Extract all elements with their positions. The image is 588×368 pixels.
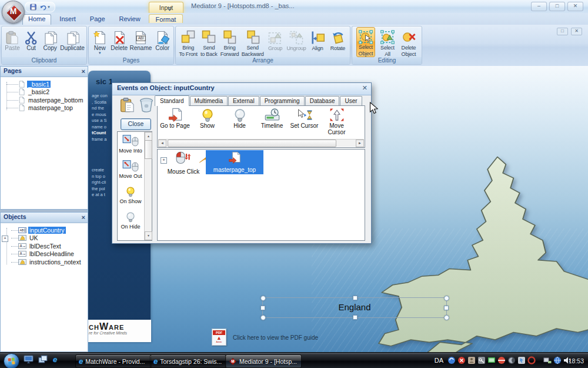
selection-handle[interactable] xyxy=(260,315,266,320)
uk-map-shape[interactable] xyxy=(363,152,588,352)
selection-handle[interactable] xyxy=(260,306,265,310)
taskbar-task-1[interactable]: eMatchWare - Provid... xyxy=(75,354,152,368)
scroll-left-icon[interactable]: ◄ xyxy=(158,140,166,147)
app-logo-icon[interactable]: M xyxy=(2,1,25,24)
tree-item-instructions-notext[interactable]: instructions_notext xyxy=(1,258,88,266)
action-hide[interactable]: Hide xyxy=(223,108,256,135)
mdi-restore-button[interactable]: □ xyxy=(557,28,568,35)
dialog-trash-icon[interactable] xyxy=(139,97,154,115)
action-show[interactable]: Show xyxy=(191,108,223,135)
dialog-tab-user[interactable]: User xyxy=(340,96,362,105)
close-button[interactable]: ✕ xyxy=(567,2,583,11)
scroll-up-icon[interactable]: ▲ xyxy=(145,132,152,141)
selection-handle[interactable] xyxy=(444,296,449,301)
pdf-icon[interactable]: PDF ▲ Adobe xyxy=(212,329,226,346)
selected-text-object[interactable]: England xyxy=(262,297,447,318)
minimize-button[interactable]: – xyxy=(531,2,547,11)
undo-button[interactable]: ▼ xyxy=(39,4,51,11)
ribbon-button-delete[interactable]: Delete xyxy=(111,27,128,57)
pdf-guide-link[interactable]: Click here to view the PDF guide xyxy=(233,334,318,341)
ribbon-button-delete-object[interactable]: Delete Object xyxy=(400,27,417,57)
tab-insert[interactable]: Insert xyxy=(54,14,82,25)
tree-item--basic1[interactable]: _basic1 xyxy=(1,80,88,88)
event-on-show[interactable]: On Show xyxy=(118,185,143,204)
ribbon-button-bring-forward[interactable]: Bring Forward xyxy=(220,27,239,57)
ribbon-button-cut[interactable]: Cut xyxy=(22,27,40,57)
dialog-close-button[interactable]: Close xyxy=(121,118,151,130)
power-tray-icon[interactable] xyxy=(507,356,516,364)
tree-item-lbldesctext[interactable]: AlblDescText xyxy=(1,242,88,250)
tab-home[interactable]: Home xyxy=(22,14,51,25)
ie-icon[interactable]: e xyxy=(53,356,57,363)
start-button[interactable] xyxy=(4,353,19,368)
security-alert-tray-icon[interactable] xyxy=(457,356,466,364)
objects-panel-close-icon[interactable]: × xyxy=(82,213,85,223)
vertical-scrollbar[interactable]: ▲ ▼ xyxy=(144,132,152,240)
event-move-into[interactable]: Move Into xyxy=(118,134,143,154)
input-tray-icon[interactable] xyxy=(517,356,526,364)
tree-item-inputcountry[interactable]: ABinputCountry xyxy=(1,226,88,234)
action-partial[interactable] xyxy=(353,108,365,135)
action-set-cursor[interactable]: Set Cursor xyxy=(288,108,320,135)
ribbon-button-align[interactable]: Align xyxy=(309,27,326,57)
tree-item-masterpage-top[interactable]: masterpage_top xyxy=(1,104,88,112)
pages-panel-close-icon[interactable]: × xyxy=(82,67,85,77)
taskbar-task-2[interactable]: eTorsdagstip 26: Swis... xyxy=(150,354,226,368)
display-tray-icon[interactable] xyxy=(487,356,496,364)
tree-item--basic2[interactable]: _basic2 xyxy=(1,88,88,97)
scroll-right-icon[interactable]: ► xyxy=(356,140,364,147)
dialog-tab-database[interactable]: Database xyxy=(305,96,340,105)
taskbar-clock[interactable]: 18:53 xyxy=(569,357,584,364)
dialog-assignment-area[interactable]: + Mouse Click masterpage_top xyxy=(157,149,365,241)
ribbon-button-copy[interactable]: Copy xyxy=(41,27,59,57)
dialog-tab-programming[interactable]: Programming xyxy=(260,96,305,105)
tree-item-uk[interactable]: UK xyxy=(1,234,88,243)
tab-page[interactable]: Page xyxy=(84,14,111,25)
save-button[interactable] xyxy=(29,4,37,11)
event-move-out[interactable]: Move Out xyxy=(118,160,143,179)
language-indicator[interactable]: DA xyxy=(435,357,443,364)
ribbon-button-color[interactable]: Color xyxy=(153,27,171,57)
tree-item-masterpage-bottom[interactable]: masterpage_bottom xyxy=(1,96,88,104)
ribbon-button-select-object[interactable]: Select Object xyxy=(356,27,375,57)
assigned-event-mouse-click[interactable]: Mouse Click xyxy=(166,151,201,175)
ribbon-button-send-to-back[interactable]: Send to Back xyxy=(200,27,218,57)
restore-button[interactable]: □ xyxy=(549,2,565,11)
dialog-tab-multimedia[interactable]: Multimedia xyxy=(190,96,228,105)
expander-icon[interactable]: + xyxy=(2,236,8,242)
ribbon-button-bring-to-front[interactable]: Bring To Front xyxy=(179,27,197,57)
dialog-paste-icon[interactable] xyxy=(119,97,135,115)
scroll-down-icon[interactable]: ▼ xyxy=(145,231,152,240)
action-go-to-page[interactable]: Go to Page xyxy=(159,108,191,135)
dialog-tab-standard[interactable]: Standard xyxy=(155,95,189,106)
switcher-icon[interactable] xyxy=(38,355,48,364)
selection-handle[interactable] xyxy=(444,306,449,310)
device-tray-icon[interactable] xyxy=(477,356,486,364)
selection-handle[interactable] xyxy=(260,296,266,301)
desktop-icon[interactable] xyxy=(24,355,34,364)
taskbar-task-3[interactable]: MMediator 9 - [Hotsp... xyxy=(225,354,302,368)
event-on-hide[interactable]: On Hide xyxy=(118,210,143,230)
dialog-tab-external[interactable]: External xyxy=(228,96,259,105)
tree-item-lbldescheadline[interactable]: AlblDescHeadline xyxy=(1,250,88,258)
ribbon-button-duplicate[interactable]: Duplicate xyxy=(60,27,85,57)
scrollbar-thumb[interactable] xyxy=(168,140,336,147)
ribbon-button-rename[interactable]: ABIRename xyxy=(129,27,152,57)
ribbon-button-rotate[interactable]: Rotate xyxy=(329,27,346,57)
antivirus-tray-icon[interactable] xyxy=(497,356,506,364)
action-move-cursor[interactable]: Move Cursor xyxy=(320,108,353,135)
dialog-titlebar[interactable]: Events on Object: inputCountry ✕ xyxy=(112,83,371,95)
horizontal-scrollbar[interactable]: ◄ ► xyxy=(158,139,364,147)
scrollbar-thumb[interactable] xyxy=(145,140,152,159)
user-tray-icon[interactable] xyxy=(467,356,476,364)
dialog-close-icon[interactable]: ✕ xyxy=(362,84,368,95)
ribbon-button-new[interactable]: New▼ xyxy=(91,27,109,57)
tab-format[interactable]: Format xyxy=(149,14,183,23)
selection-handle[interactable] xyxy=(444,315,449,320)
selection-handle[interactable] xyxy=(353,315,358,320)
connectivity-tray-icon[interactable] xyxy=(553,356,562,364)
tab-review[interactable]: Review xyxy=(113,14,146,25)
mdi-close-button[interactable]: ✕ xyxy=(571,28,582,35)
ribbon-button-send-backward[interactable]: Send Backward xyxy=(242,27,264,57)
assigned-action-masterpage-top[interactable]: masterpage_top xyxy=(206,150,263,174)
